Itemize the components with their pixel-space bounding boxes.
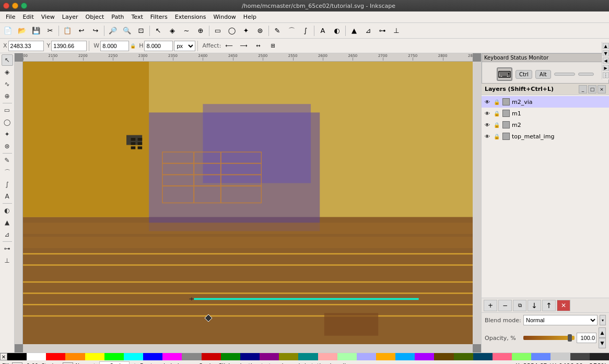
callig-tool[interactable]: ∫ (2, 179, 13, 190)
fill-tool[interactable]: ▲ (2, 217, 13, 228)
menu-item-layer[interactable]: Layer (58, 13, 82, 21)
minimize-button[interactable] (12, 3, 18, 9)
layer-eye-top_metal_img[interactable]: 👁 (484, 133, 491, 140)
palette-color[interactable] (182, 353, 201, 360)
maximize-button[interactable] (21, 3, 27, 9)
palette-color[interactable] (279, 353, 298, 360)
palette-color[interactable] (202, 353, 221, 360)
opacity-slider[interactable] (523, 336, 575, 340)
text-tool-button[interactable]: A (316, 24, 330, 38)
rect-tool-button[interactable]: ▭ (211, 24, 225, 38)
zoom-fit-tool-button[interactable]: ⊡ (134, 24, 148, 38)
layer-eye-m1[interactable]: 👁 (484, 110, 491, 117)
fill-swatch[interactable] (12, 362, 22, 365)
arrow-right-btn[interactable]: ▶ (603, 65, 609, 71)
palette-color[interactable] (318, 353, 337, 360)
palette-color[interactable] (7, 353, 27, 360)
arrow-up-btn[interactable]: ▲ (603, 43, 609, 49)
layer-indicator[interactable]: ◂ m2_via ▸ (99, 361, 130, 365)
menu-item-file[interactable]: File (2, 13, 19, 21)
palette-color[interactable] (531, 353, 551, 360)
menu-item-edit[interactable]: Edit (19, 13, 37, 21)
cut-tool-button[interactable]: ✂ (43, 24, 57, 38)
layer-movedown-button[interactable]: ↓ (528, 300, 541, 311)
palette-color[interactable] (298, 353, 318, 360)
panel-more-btn[interactable]: ⋮ (603, 72, 609, 78)
layer-eye-m2[interactable]: 👁 (484, 121, 491, 128)
palette-color[interactable] (551, 353, 570, 360)
palette-color[interactable] (590, 353, 609, 360)
zoom-tool-button[interactable]: ⊕ (194, 24, 207, 38)
menu-item-object[interactable]: Object (82, 13, 108, 21)
freehand-tool-button[interactable]: ✎ (271, 24, 284, 38)
select-tool[interactable]: ↖ (2, 54, 13, 66)
measure-tool-button[interactable]: ⊥ (390, 24, 403, 38)
menu-item-path[interactable]: Path (108, 13, 127, 21)
circle-tool[interactable]: ◯ (2, 116, 13, 128)
opacity-spin-down[interactable]: ▼ (599, 338, 606, 348)
palette-color[interactable] (85, 353, 104, 360)
vertical-scrollbar[interactable] (473, 62, 481, 344)
opacity-value[interactable]: 100.0 (577, 333, 596, 343)
palette-color[interactable] (337, 353, 357, 360)
rect-tool[interactable]: ▭ (2, 104, 13, 116)
no-color-btn[interactable]: ✕ (0, 353, 7, 360)
layer-lock-top_metal_img[interactable]: 🔒 (493, 133, 500, 140)
dropper-tool[interactable]: ⊿ (2, 229, 13, 240)
redo-tool-button[interactable]: ↪ (89, 24, 102, 38)
menu-item-help[interactable]: Help (240, 13, 260, 21)
layer-moveup-button[interactable]: ↑ (542, 300, 556, 311)
palette-color[interactable] (570, 353, 590, 360)
blend-dropdown-btn[interactable]: ▾ (600, 315, 606, 325)
node-tool[interactable]: ◈ (2, 66, 13, 78)
measure-tool[interactable]: ⊥ (2, 255, 13, 266)
layer-remove-button[interactable]: − (498, 300, 512, 311)
zoom-tool[interactable]: ⊕ (2, 90, 13, 102)
layer-lock-m2[interactable]: 🔒 (493, 121, 500, 128)
gradient-tool-button[interactable]: ◐ (330, 24, 344, 38)
palette-color[interactable] (27, 353, 46, 360)
pencil-tool[interactable]: ✎ (2, 155, 13, 166)
horizontal-scrollbar[interactable] (23, 344, 473, 353)
bezier-tool[interactable]: ⌒ (2, 167, 13, 178)
node-editor-tool-button[interactable]: ◈ (166, 24, 179, 38)
palette-color[interactable] (46, 353, 65, 360)
zoom-out-tool-button[interactable]: 🔍 (120, 24, 134, 38)
star-tool[interactable]: ✦ (2, 128, 13, 140)
affect-btn2[interactable]: ⟶ (237, 39, 250, 53)
palette-color[interactable] (162, 353, 182, 360)
bezier-tool-button[interactable]: ⌒ (285, 24, 298, 38)
close-button[interactable] (3, 3, 9, 9)
menu-item-text[interactable]: Text (128, 13, 147, 21)
layer-delete-button[interactable]: ✕ (557, 300, 570, 311)
palette-color[interactable] (415, 353, 434, 360)
layer-item-m2_via[interactable]: 👁 🔒 m2_via (482, 96, 609, 108)
palette-color[interactable] (473, 353, 493, 360)
new-tool-button[interactable]: 📄 (1, 24, 15, 38)
canvas[interactable] (23, 62, 473, 344)
arrow-down-btn[interactable]: ▼ (603, 50, 609, 56)
selector-tool-button[interactable]: ↖ (151, 24, 165, 38)
palette-color[interactable] (260, 353, 279, 360)
open-tool-button[interactable]: 📂 (15, 24, 29, 38)
layer-dup-button[interactable]: ⧉ (513, 300, 526, 311)
menu-item-window[interactable]: Window (209, 13, 239, 21)
affect-btn3[interactable]: ↔ (251, 39, 265, 53)
y-input[interactable] (51, 41, 87, 51)
dropper-tool-button[interactable]: ⊿ (361, 24, 375, 38)
stroke-swatch[interactable] (63, 362, 73, 365)
gradient-tool[interactable]: ◐ (2, 205, 13, 216)
palette-color[interactable] (512, 353, 531, 360)
callig-tool-button[interactable]: ∫ (299, 24, 312, 38)
zoom-in-tool-button[interactable]: 🔎 (106, 24, 120, 38)
star-tool-button[interactable]: ✦ (239, 24, 253, 38)
affect-btn4[interactable]: ⊞ (266, 39, 279, 53)
arrow-left-btn[interactable]: ◀ (603, 57, 609, 64)
affect-btn1[interactable]: ⟵ (222, 39, 236, 53)
menu-item-filters[interactable]: Filters (147, 13, 171, 21)
menu-item-extensions[interactable]: Extensions (171, 13, 210, 21)
opacity-spin-up[interactable]: ▲ (599, 327, 606, 338)
h-input[interactable] (144, 41, 173, 51)
palette-color[interactable] (493, 353, 512, 360)
opacity-thumb[interactable] (568, 334, 572, 342)
